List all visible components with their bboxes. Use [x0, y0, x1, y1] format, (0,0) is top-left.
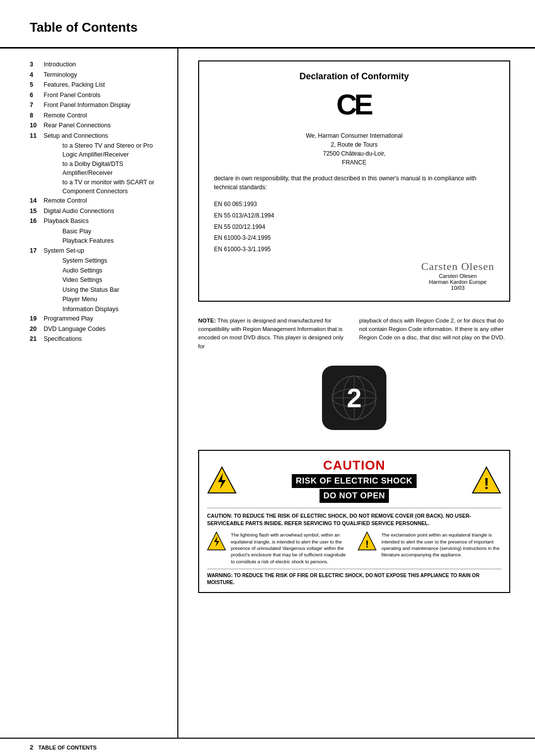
toc-entry: Using the Status Bar: [44, 286, 162, 295]
toc-num: 11: [30, 132, 44, 141]
toc-num: [44, 305, 57, 314]
toc-entry: Player Menu: [44, 295, 162, 304]
toc-num: 7: [30, 101, 44, 110]
toc-num: 3: [30, 60, 44, 69]
toc-num: 10: [30, 121, 44, 130]
footer-page-num: 2: [30, 744, 33, 751]
toc-entry: 10Rear Panel Connections: [30, 121, 162, 130]
right-column: Declaration of Conformity CE We, Harman …: [178, 49, 535, 738]
toc-entry: 15Digital Audio Connections: [30, 207, 162, 216]
exclamation-triangle-icon: !: [472, 466, 501, 494]
lightning-small-icon: [207, 532, 226, 550]
caution-top: CAUTION RISK OF ELECTRIC SHOCK DO NOT OP…: [207, 458, 501, 503]
caution-title: CAUTION: [245, 458, 464, 473]
caution-subtitle-line2: DO NOT OPEN: [320, 489, 389, 503]
lightning-desc-text: The lightning flash with arrowhead symbo…: [231, 532, 351, 564]
page-footer: 2 TABLE OF CONTENTS: [0, 738, 535, 756]
note-section: NOTE: This player is designed and manufa…: [198, 317, 510, 351]
signer-date: 10/03: [421, 285, 494, 291]
toc-entry: Playback Features: [44, 237, 162, 246]
toc-num: 5: [30, 81, 44, 90]
standard-item: EN 55 020/12.1994: [214, 221, 494, 233]
toc-text: Features, Packing List: [44, 81, 162, 90]
main-content: 3Introduction4Terminology5Features, Pack…: [0, 49, 535, 738]
toc-text: Front Panel Controls: [44, 91, 162, 100]
toc-num: [44, 160, 57, 177]
toc-entry: to a Stereo TV and Stereo or Pro Logic A…: [44, 142, 162, 159]
toc-entry: Video Settings: [44, 276, 162, 285]
conformity-body: declare in own responsibility, that the …: [214, 174, 494, 192]
toc-entry: 6Front Panel Controls: [30, 91, 162, 100]
toc-entry: to a Dolby Digital/DTS Amplifier/Receive…: [44, 160, 162, 177]
toc-text: Remote Control: [44, 111, 162, 120]
caution-center: CAUTION RISK OF ELECTRIC SHOCK DO NOT OP…: [245, 458, 464, 503]
toc-num: 20: [30, 325, 44, 334]
footer-label: TABLE OF CONTENTS: [38, 745, 97, 751]
toc-entry: to a TV or monitor with SCART or Compone…: [44, 178, 162, 196]
toc-num: [44, 178, 57, 196]
toc-num: 8: [30, 111, 44, 120]
toc-entry: 11Setup and Connections: [30, 132, 162, 141]
lightning-triangle-icon: [207, 466, 237, 494]
toc-text: Introduction: [44, 60, 162, 69]
toc-text: Basic Play: [62, 227, 162, 236]
toc-num: 15: [30, 207, 44, 216]
svg-text:!: !: [484, 475, 489, 492]
toc-text: Video Settings: [62, 276, 162, 285]
toc-entry: 7Front Panel Information Display: [30, 101, 162, 110]
note-label: NOTE:: [198, 318, 216, 324]
toc-num: 4: [30, 71, 44, 80]
toc-text: Rear Panel Connections: [44, 121, 162, 130]
toc-entry: 19Programmed Play: [30, 315, 162, 324]
toc-num: [44, 257, 57, 266]
toc-text: Front Panel Information Display: [44, 101, 162, 110]
page-header: Table of Contents: [0, 0, 535, 49]
ce-mark: CE: [214, 89, 494, 124]
toc-text: Programmed Play: [44, 315, 162, 324]
page-title: Table of Contents: [30, 20, 505, 35]
toc-entry: 20DVD Language Codes: [30, 325, 162, 334]
toc-text: System Settings: [62, 257, 162, 266]
standard-item: EN 61000-3-2/4.1995: [214, 232, 494, 244]
conformity-address: We, Harman Consumer International 2, Rou…: [214, 131, 494, 167]
toc-text: Terminology: [44, 71, 162, 80]
caution-subtitle-line1: RISK OF ELECTRIC SHOCK: [292, 474, 417, 488]
toc-num: 17: [30, 247, 44, 256]
note-text2: playback of discs with Region Code 2, or…: [359, 318, 505, 341]
toc-entry: Basic Play: [44, 227, 162, 236]
toc-entry: 8Remote Control: [30, 111, 162, 120]
toc-text: Specifications: [44, 335, 162, 344]
toc-text: Digital Audio Connections: [44, 207, 162, 216]
toc-text: System Set-up: [44, 247, 162, 256]
conformity-signature: Carsten Olesen Carsten Olesen Harman Kar…: [214, 260, 494, 291]
conformity-box: Declaration of Conformity CE We, Harman …: [198, 60, 510, 302]
toc-text: Remote Control: [44, 197, 162, 206]
toc-num: 16: [30, 217, 44, 226]
toc-text: Audio Settings: [62, 267, 162, 275]
toc-num: [44, 142, 57, 159]
toc-text: Using the Status Bar: [62, 286, 162, 295]
conformity-title: Declaration of Conformity: [214, 71, 494, 82]
caution-lightning-desc: The lightning flash with arrowhead symbo…: [207, 532, 351, 564]
toc-entry: 3Introduction: [30, 60, 162, 69]
toc-text: Playback Features: [62, 237, 162, 246]
toc-text: DVD Language Codes: [44, 325, 162, 334]
caution-warning-main: CAUTION: TO REDUCE THE RISK OF ELECTRIC …: [207, 508, 501, 527]
toc-entry: 21Specifications: [30, 335, 162, 344]
toc-text: Information Displays: [62, 305, 162, 314]
toc-num: 19: [30, 315, 44, 324]
toc-list: 3Introduction4Terminology5Features, Pack…: [30, 60, 162, 344]
toc-num: 14: [30, 197, 44, 206]
region-number: 2: [347, 384, 362, 411]
toc-entry: Information Displays: [44, 305, 162, 314]
caution-icons-row: The lightning flash with arrowhead symbo…: [207, 532, 501, 564]
caution-excl-desc: ! The exclamation point within an equila…: [358, 532, 501, 558]
toc-num: [44, 295, 57, 304]
toc-text: Setup and Connections: [44, 132, 162, 141]
excl-desc-text: The exclamation point within an equilate…: [381, 532, 501, 558]
svg-text:CE: CE: [336, 89, 373, 118]
toc-text: to a TV or monitor with SCART or Compone…: [62, 178, 162, 196]
toc-text: to a Stereo TV and Stereo or Pro Logic A…: [62, 142, 162, 159]
caution-warning-bottom: WARNING: TO REDUCE THE RISK OF FIRE OR E…: [207, 569, 501, 586]
note-col-right: playback of discs with Region Code 2, or…: [359, 317, 510, 351]
